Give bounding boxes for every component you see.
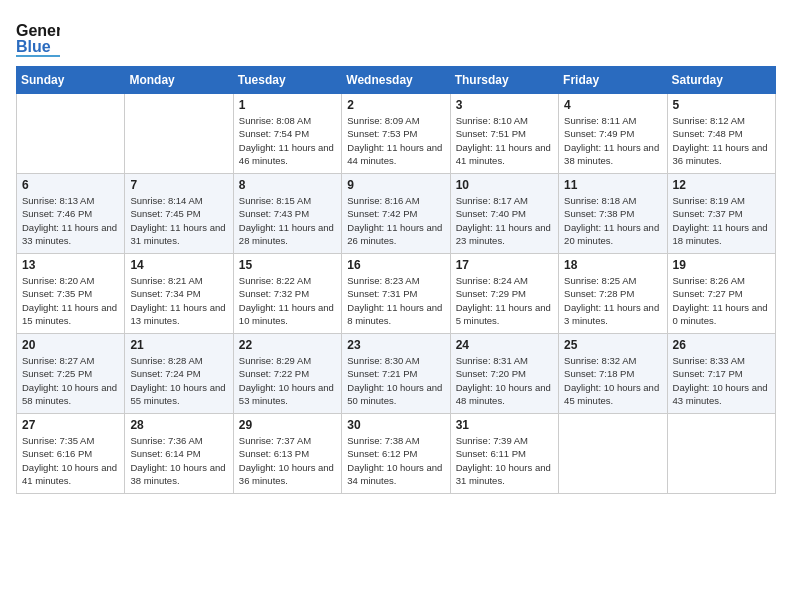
calendar-cell: 22Sunrise: 8:29 AM Sunset: 7:22 PM Dayli… <box>233 334 341 414</box>
day-content: Sunrise: 8:09 AM Sunset: 7:53 PM Dayligh… <box>347 114 444 167</box>
day-number: 26 <box>673 338 770 352</box>
day-number: 15 <box>239 258 336 272</box>
header-cell-wednesday: Wednesday <box>342 67 450 94</box>
week-row-5: 27Sunrise: 7:35 AM Sunset: 6:16 PM Dayli… <box>17 414 776 494</box>
logo-icon: General Blue <box>16 16 56 56</box>
day-content: Sunrise: 8:10 AM Sunset: 7:51 PM Dayligh… <box>456 114 553 167</box>
day-content: Sunrise: 8:13 AM Sunset: 7:46 PM Dayligh… <box>22 194 119 247</box>
day-number: 18 <box>564 258 661 272</box>
day-content: Sunrise: 8:24 AM Sunset: 7:29 PM Dayligh… <box>456 274 553 327</box>
calendar-cell: 29Sunrise: 7:37 AM Sunset: 6:13 PM Dayli… <box>233 414 341 494</box>
day-content: Sunrise: 8:17 AM Sunset: 7:40 PM Dayligh… <box>456 194 553 247</box>
calendar-cell: 30Sunrise: 7:38 AM Sunset: 6:12 PM Dayli… <box>342 414 450 494</box>
day-number: 29 <box>239 418 336 432</box>
day-content: Sunrise: 8:19 AM Sunset: 7:37 PM Dayligh… <box>673 194 770 247</box>
header-cell-tuesday: Tuesday <box>233 67 341 94</box>
calendar-cell: 6Sunrise: 8:13 AM Sunset: 7:46 PM Daylig… <box>17 174 125 254</box>
calendar-cell: 31Sunrise: 7:39 AM Sunset: 6:11 PM Dayli… <box>450 414 558 494</box>
day-content: Sunrise: 8:14 AM Sunset: 7:45 PM Dayligh… <box>130 194 227 247</box>
day-content: Sunrise: 8:28 AM Sunset: 7:24 PM Dayligh… <box>130 354 227 407</box>
calendar-cell <box>17 94 125 174</box>
header-cell-friday: Friday <box>559 67 667 94</box>
day-content: Sunrise: 8:30 AM Sunset: 7:21 PM Dayligh… <box>347 354 444 407</box>
calendar-cell: 10Sunrise: 8:17 AM Sunset: 7:40 PM Dayli… <box>450 174 558 254</box>
week-row-2: 6Sunrise: 8:13 AM Sunset: 7:46 PM Daylig… <box>17 174 776 254</box>
day-number: 6 <box>22 178 119 192</box>
calendar-cell: 11Sunrise: 8:18 AM Sunset: 7:38 PM Dayli… <box>559 174 667 254</box>
day-number: 19 <box>673 258 770 272</box>
day-content: Sunrise: 8:18 AM Sunset: 7:38 PM Dayligh… <box>564 194 661 247</box>
svg-text:General: General <box>16 22 60 39</box>
day-content: Sunrise: 8:08 AM Sunset: 7:54 PM Dayligh… <box>239 114 336 167</box>
day-content: Sunrise: 7:39 AM Sunset: 6:11 PM Dayligh… <box>456 434 553 487</box>
header-row: SundayMondayTuesdayWednesdayThursdayFrid… <box>17 67 776 94</box>
day-number: 24 <box>456 338 553 352</box>
day-number: 28 <box>130 418 227 432</box>
calendar-cell: 5Sunrise: 8:12 AM Sunset: 7:48 PM Daylig… <box>667 94 775 174</box>
calendar-cell: 16Sunrise: 8:23 AM Sunset: 7:31 PM Dayli… <box>342 254 450 334</box>
day-content: Sunrise: 8:23 AM Sunset: 7:31 PM Dayligh… <box>347 274 444 327</box>
day-number: 2 <box>347 98 444 112</box>
calendar-cell: 13Sunrise: 8:20 AM Sunset: 7:35 PM Dayli… <box>17 254 125 334</box>
day-content: Sunrise: 8:22 AM Sunset: 7:32 PM Dayligh… <box>239 274 336 327</box>
day-number: 22 <box>239 338 336 352</box>
day-content: Sunrise: 8:16 AM Sunset: 7:42 PM Dayligh… <box>347 194 444 247</box>
calendar-cell: 2Sunrise: 8:09 AM Sunset: 7:53 PM Daylig… <box>342 94 450 174</box>
day-content: Sunrise: 8:12 AM Sunset: 7:48 PM Dayligh… <box>673 114 770 167</box>
day-number: 30 <box>347 418 444 432</box>
calendar-cell: 23Sunrise: 8:30 AM Sunset: 7:21 PM Dayli… <box>342 334 450 414</box>
week-row-1: 1Sunrise: 8:08 AM Sunset: 7:54 PM Daylig… <box>17 94 776 174</box>
day-number: 20 <box>22 338 119 352</box>
day-content: Sunrise: 7:36 AM Sunset: 6:14 PM Dayligh… <box>130 434 227 487</box>
calendar-cell: 9Sunrise: 8:16 AM Sunset: 7:42 PM Daylig… <box>342 174 450 254</box>
header-cell-monday: Monday <box>125 67 233 94</box>
calendar-cell <box>559 414 667 494</box>
day-number: 3 <box>456 98 553 112</box>
calendar-cell: 24Sunrise: 8:31 AM Sunset: 7:20 PM Dayli… <box>450 334 558 414</box>
day-content: Sunrise: 8:32 AM Sunset: 7:18 PM Dayligh… <box>564 354 661 407</box>
day-content: Sunrise: 8:11 AM Sunset: 7:49 PM Dayligh… <box>564 114 661 167</box>
day-content: Sunrise: 8:25 AM Sunset: 7:28 PM Dayligh… <box>564 274 661 327</box>
day-number: 12 <box>673 178 770 192</box>
day-number: 25 <box>564 338 661 352</box>
day-number: 7 <box>130 178 227 192</box>
day-number: 13 <box>22 258 119 272</box>
calendar-cell <box>667 414 775 494</box>
day-content: Sunrise: 7:38 AM Sunset: 6:12 PM Dayligh… <box>347 434 444 487</box>
logo: General Blue <box>16 16 60 56</box>
header-cell-saturday: Saturday <box>667 67 775 94</box>
calendar-cell <box>125 94 233 174</box>
calendar-cell: 19Sunrise: 8:26 AM Sunset: 7:27 PM Dayli… <box>667 254 775 334</box>
day-number: 27 <box>22 418 119 432</box>
day-content: Sunrise: 8:15 AM Sunset: 7:43 PM Dayligh… <box>239 194 336 247</box>
day-content: Sunrise: 8:20 AM Sunset: 7:35 PM Dayligh… <box>22 274 119 327</box>
day-number: 17 <box>456 258 553 272</box>
day-content: Sunrise: 8:29 AM Sunset: 7:22 PM Dayligh… <box>239 354 336 407</box>
calendar-table: SundayMondayTuesdayWednesdayThursdayFrid… <box>16 66 776 494</box>
calendar-cell: 25Sunrise: 8:32 AM Sunset: 7:18 PM Dayli… <box>559 334 667 414</box>
day-number: 11 <box>564 178 661 192</box>
day-number: 31 <box>456 418 553 432</box>
calendar-cell: 28Sunrise: 7:36 AM Sunset: 6:14 PM Dayli… <box>125 414 233 494</box>
day-number: 8 <box>239 178 336 192</box>
page-header: General Blue <box>16 16 776 56</box>
calendar-cell: 8Sunrise: 8:15 AM Sunset: 7:43 PM Daylig… <box>233 174 341 254</box>
calendar-cell: 20Sunrise: 8:27 AM Sunset: 7:25 PM Dayli… <box>17 334 125 414</box>
calendar-cell: 26Sunrise: 8:33 AM Sunset: 7:17 PM Dayli… <box>667 334 775 414</box>
calendar-cell: 1Sunrise: 8:08 AM Sunset: 7:54 PM Daylig… <box>233 94 341 174</box>
calendar-cell: 4Sunrise: 8:11 AM Sunset: 7:49 PM Daylig… <box>559 94 667 174</box>
calendar-cell: 12Sunrise: 8:19 AM Sunset: 7:37 PM Dayli… <box>667 174 775 254</box>
day-number: 1 <box>239 98 336 112</box>
day-content: Sunrise: 7:37 AM Sunset: 6:13 PM Dayligh… <box>239 434 336 487</box>
calendar-cell: 15Sunrise: 8:22 AM Sunset: 7:32 PM Dayli… <box>233 254 341 334</box>
day-number: 5 <box>673 98 770 112</box>
svg-text:Blue: Blue <box>16 38 51 55</box>
day-number: 10 <box>456 178 553 192</box>
header-cell-sunday: Sunday <box>17 67 125 94</box>
calendar-cell: 7Sunrise: 8:14 AM Sunset: 7:45 PM Daylig… <box>125 174 233 254</box>
day-content: Sunrise: 8:26 AM Sunset: 7:27 PM Dayligh… <box>673 274 770 327</box>
calendar-cell: 21Sunrise: 8:28 AM Sunset: 7:24 PM Dayli… <box>125 334 233 414</box>
calendar-cell: 3Sunrise: 8:10 AM Sunset: 7:51 PM Daylig… <box>450 94 558 174</box>
day-content: Sunrise: 8:21 AM Sunset: 7:34 PM Dayligh… <box>130 274 227 327</box>
day-content: Sunrise: 8:31 AM Sunset: 7:20 PM Dayligh… <box>456 354 553 407</box>
